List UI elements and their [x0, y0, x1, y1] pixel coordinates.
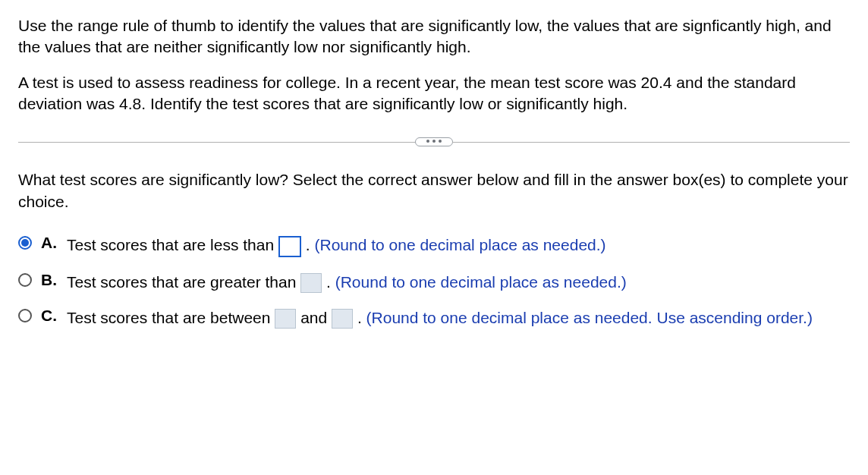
option-c-row: C. Test scores that are between and . (R… [18, 307, 850, 329]
divider-line-left [18, 142, 416, 143]
divider-line-right [452, 142, 850, 143]
question-prompt: What test scores are significantly low? … [18, 169, 850, 212]
option-c-text-before: Test scores that are between [67, 309, 275, 326]
radio-option-c[interactable] [18, 309, 32, 322]
option-c-label: C. [41, 307, 58, 325]
option-a-row: A. Test scores that are less than . (Rou… [18, 234, 850, 256]
radio-option-b[interactable] [18, 273, 32, 287]
option-a-body: Test scores that are less than . (Round … [67, 234, 606, 256]
option-c-input-1[interactable] [275, 309, 296, 329]
dot-icon [432, 140, 436, 143]
option-a-label: A. [41, 234, 58, 252]
option-b-row: B. Test scores that are greater than . (… [18, 271, 850, 293]
option-a-input[interactable] [278, 236, 301, 257]
problem-text: A test is used to assess readiness for c… [18, 72, 850, 115]
option-a-text-after: . [306, 236, 315, 253]
option-b-body: Test scores that are greater than . (Rou… [67, 271, 627, 293]
option-c-and: and [300, 309, 332, 326]
option-c-body: Test scores that are between and . (Roun… [67, 307, 813, 329]
instruction-text: Use the range rule of thumb to identify … [18, 15, 850, 58]
dot-icon [439, 140, 442, 143]
option-c-input-2[interactable] [332, 309, 353, 329]
option-b-text-before: Test scores that are greater than [67, 273, 300, 291]
radio-option-a[interactable] [18, 236, 32, 250]
option-b-text-after: . [326, 273, 335, 291]
section-divider [18, 137, 850, 146]
option-b-hint: (Round to one decimal place as needed.) [335, 273, 627, 291]
dot-icon [426, 140, 429, 143]
option-b-label: B. [41, 271, 58, 289]
option-c-hint: (Round to one decimal place as needed. U… [366, 309, 813, 326]
expand-pill[interactable] [415, 137, 453, 146]
option-c-text-after: . [357, 309, 366, 326]
option-a-hint: (Round to one decimal place as needed.) [314, 236, 605, 253]
option-a-text-before: Test scores that are less than [67, 236, 278, 253]
option-b-input[interactable] [300, 273, 322, 293]
